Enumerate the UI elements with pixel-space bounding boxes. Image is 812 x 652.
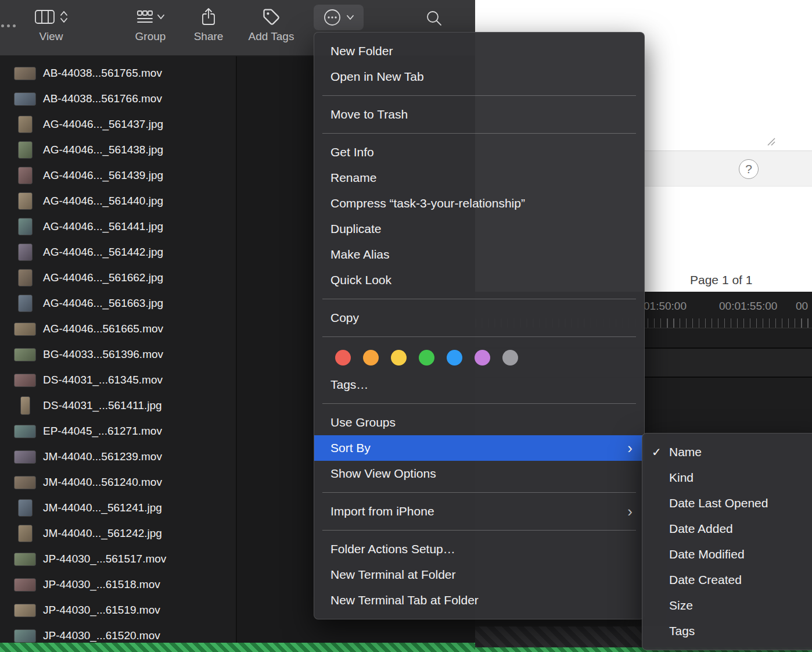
- menu-separator: [322, 403, 636, 404]
- menu-item-use-groups[interactable]: Use Groups: [314, 410, 644, 435]
- toolbar-search-button[interactable]: [425, 9, 443, 29]
- file-thumbnail-wrap: [13, 604, 37, 617]
- list-item[interactable]: AG-44046..._561439.jpg: [0, 163, 236, 188]
- list-item[interactable]: BG-44033...561396.mov: [0, 342, 236, 367]
- file-name: JP-44030_...561517.mov: [43, 553, 166, 565]
- submenu-item-tags[interactable]: ✓Tags: [642, 618, 812, 644]
- list-item[interactable]: AG-44046..._561438.jpg: [0, 137, 236, 163]
- submenu-item-label: Date Last Opened: [669, 496, 768, 510]
- list-item[interactable]: JP-44030_...61520.mov: [0, 623, 236, 643]
- list-item[interactable]: JP-44030_...61518.mov: [0, 572, 236, 597]
- list-item[interactable]: AB-44038...561765.mov: [0, 60, 236, 86]
- submenu-item-size[interactable]: ✓Size: [642, 593, 812, 618]
- file-thumbnail: [21, 397, 30, 414]
- menu-item-duplicate[interactable]: Duplicate: [314, 216, 644, 242]
- file-thumbnail: [19, 244, 32, 260]
- submenu-item-date-added[interactable]: ✓Date Added: [642, 516, 812, 542]
- file-name: JM-44040...561240.mov: [43, 476, 162, 489]
- toolbar-group-button[interactable]: Group: [125, 3, 176, 43]
- resize-corner-icon[interactable]: [766, 137, 776, 146]
- menu-item-compress-task-3-your-relationship[interactable]: Compress “task-3-your-relationship”: [314, 191, 644, 216]
- tag-color-orange[interactable]: [363, 350, 379, 366]
- file-name: AG-44046..._561662.jpg: [43, 271, 163, 284]
- list-item[interactable]: AG-44046..._561663.jpg: [0, 291, 236, 316]
- file-thumbnail-wrap: [13, 349, 37, 361]
- menu-item-rename[interactable]: Rename: [314, 165, 644, 191]
- list-item[interactable]: JM-44040..._561242.jpg: [0, 521, 236, 546]
- list-item[interactable]: JM-44040...561240.mov: [0, 470, 236, 495]
- up-down-chevrons-icon: [60, 9, 68, 25]
- menu-item-open-in-new-tab[interactable]: Open in New Tab: [314, 64, 644, 89]
- file-name: AG-44046..._561663.jpg: [43, 297, 163, 310]
- submenu-item-label: Date Added: [669, 522, 733, 535]
- list-item[interactable]: EP-44045_...61271.mov: [0, 418, 236, 444]
- context-menu: New FolderOpen in New TabMove to TrashGe…: [314, 32, 645, 619]
- submenu-item-date-last-opened[interactable]: ✓Date Last Opened: [642, 490, 812, 516]
- file-thumbnail-wrap: [13, 142, 37, 158]
- chevron-down-icon: [157, 14, 165, 20]
- list-item[interactable]: JP-44030_...561517.mov: [0, 546, 236, 572]
- tag-color-blue[interactable]: [447, 350, 462, 366]
- list-item[interactable]: DS-44031_...561411.jpg: [0, 393, 236, 418]
- list-item[interactable]: DS-44031_...61345.mov: [0, 367, 236, 393]
- submenu-item-date-created[interactable]: ✓Date Created: [642, 567, 812, 593]
- menu-item-import-from-iphone[interactable]: Import from iPhone›: [314, 499, 644, 524]
- menu-item-copy[interactable]: Copy: [314, 305, 644, 331]
- file-name: AG-44046..._561440.jpg: [43, 195, 163, 207]
- list-item[interactable]: AG-44046...561665.mov: [0, 316, 236, 342]
- help-button[interactable]: ?: [739, 159, 759, 179]
- timecode-label: 00: [796, 300, 808, 313]
- list-item[interactable]: AG-44046..._561437.jpg: [0, 112, 236, 137]
- list-item[interactable]: AG-44046..._561441.jpg: [0, 214, 236, 239]
- file-thumbnail-wrap: [13, 553, 37, 565]
- toolbar-add-tags-button[interactable]: Add Tags: [239, 3, 303, 43]
- overflow-dots-icon[interactable]: [1, 24, 16, 27]
- list-item[interactable]: JP-44030_...61519.mov: [0, 597, 236, 623]
- toolbar-share-label: Share: [194, 30, 224, 43]
- menu-item-move-to-trash[interactable]: Move to Trash: [314, 102, 644, 127]
- file-thumbnail: [19, 116, 32, 132]
- file-thumbnail-wrap: [13, 93, 37, 105]
- menu-item-show-view-options[interactable]: Show View Options: [314, 461, 644, 486]
- menu-item-make-alias[interactable]: Make Alias: [314, 242, 644, 267]
- submenu-item-label: Kind: [669, 471, 694, 484]
- menu-item-tags[interactable]: Tags…: [314, 372, 644, 397]
- menu-item-new-terminal-tab-at-folder[interactable]: New Terminal Tab at Folder: [314, 587, 644, 613]
- file-thumbnail-wrap: [13, 630, 37, 642]
- menu-item-new-terminal-at-folder[interactable]: New Terminal at Folder: [314, 562, 644, 587]
- list-item[interactable]: AG-44046..._561440.jpg: [0, 188, 236, 214]
- tag-color-gray[interactable]: [502, 350, 518, 366]
- tag-color-red[interactable]: [335, 350, 351, 366]
- toolbar-view-button[interactable]: View: [28, 3, 74, 43]
- menu-item-sort-by[interactable]: Sort By›: [314, 435, 644, 461]
- toolbar-more-actions-button[interactable]: [314, 5, 364, 30]
- file-name: JP-44030_...61519.mov: [43, 604, 160, 617]
- page-indicator: Page 1 of 1: [690, 273, 752, 287]
- tag-color-green[interactable]: [419, 350, 434, 366]
- submenu-item-name[interactable]: ✓Name: [642, 439, 812, 465]
- menu-item-label: New Folder: [330, 44, 393, 58]
- list-item[interactable]: AG-44046..._561442.jpg: [0, 239, 236, 265]
- tag-color-purple[interactable]: [475, 350, 490, 366]
- list-item[interactable]: JM-44040...561239.mov: [0, 444, 236, 470]
- list-item[interactable]: AG-44046..._561662.jpg: [0, 265, 236, 291]
- submenu-item-date-modified[interactable]: ✓Date Modified: [642, 542, 812, 567]
- file-thumbnail: [15, 579, 35, 591]
- submenu-item-kind[interactable]: ✓Kind: [642, 465, 812, 490]
- file-name: JM-44040..._561241.jpg: [43, 501, 162, 514]
- menu-item-new-folder[interactable]: New Folder: [314, 38, 644, 64]
- file-thumbnail-wrap: [13, 116, 37, 132]
- menu-item-get-info[interactable]: Get Info: [314, 139, 644, 165]
- file-thumbnail-wrap: [13, 425, 37, 438]
- menu-item-folder-actions-setup[interactable]: Folder Actions Setup…: [314, 536, 644, 562]
- list-item[interactable]: JM-44040..._561241.jpg: [0, 495, 236, 521]
- file-name: JP-44030_...61520.mov: [43, 629, 160, 642]
- timeline-green-track: [0, 643, 475, 652]
- toolbar-share-button[interactable]: Share: [185, 3, 232, 43]
- file-thumbnail: [15, 451, 35, 463]
- file-thumbnail: [19, 500, 32, 516]
- file-thumbnail: [19, 193, 32, 209]
- tag-color-yellow[interactable]: [391, 350, 407, 366]
- list-item[interactable]: AB-44038...561766.mov: [0, 86, 236, 112]
- menu-item-quick-look[interactable]: Quick Look: [314, 267, 644, 293]
